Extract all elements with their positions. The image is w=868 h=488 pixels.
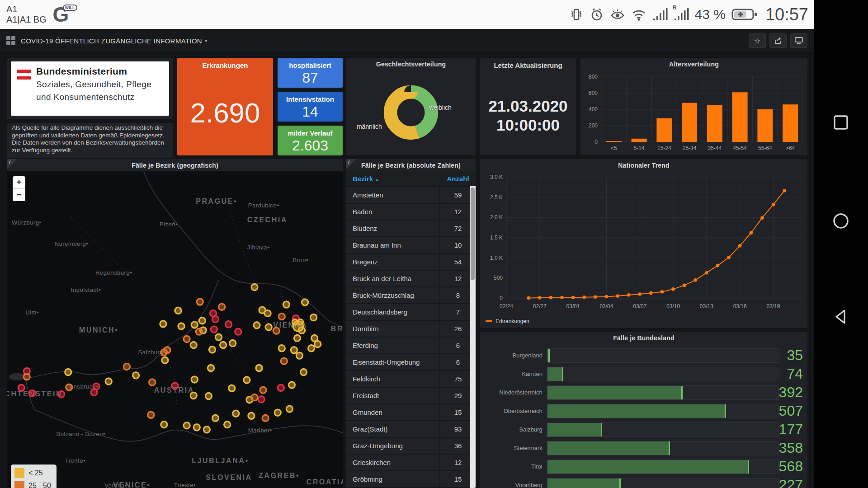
case-marker[interactable]: [229, 385, 235, 391]
trend-point-03/13[interactable]: [705, 271, 708, 275]
case-marker[interactable]: [251, 394, 258, 400]
case-marker[interactable]: [278, 345, 285, 352]
column-header-bezirk[interactable]: Bezirk▲: [346, 175, 440, 183]
home-button[interactable]: [832, 212, 849, 230]
trend-point-02/26[interactable]: [527, 296, 530, 300]
case-marker[interactable]: [308, 345, 315, 352]
case-marker[interactable]: [215, 334, 222, 340]
case-marker[interactable]: [219, 304, 225, 310]
age-bar-35-44[interactable]: [707, 105, 722, 142]
case-marker[interactable]: [199, 318, 205, 324]
case-marker[interactable]: [91, 389, 97, 395]
case-marker[interactable]: [172, 383, 178, 389]
case-marker[interactable]: [288, 382, 295, 388]
chart-legend[interactable]: Erkrankungen: [486, 318, 529, 324]
case-marker[interactable]: [254, 322, 260, 328]
case-marker[interactable]: [311, 314, 317, 320]
share-button[interactable]: [769, 33, 787, 48]
case-marker[interactable]: [190, 342, 197, 348]
case-marker[interactable]: [65, 369, 71, 375]
case-marker[interactable]: [58, 391, 65, 397]
trend-point-03/15[interactable]: [727, 256, 731, 259]
bundesland-bar-track[interactable]: [547, 385, 779, 400]
case-marker[interactable]: [262, 415, 269, 421]
case-marker[interactable]: [209, 347, 215, 353]
trend-point-03/09[interactable]: [660, 290, 664, 294]
case-marker[interactable]: [220, 342, 226, 348]
case-marker[interactable]: [300, 369, 307, 375]
trend-point-03/07[interactable]: [638, 292, 642, 296]
case-marker[interactable]: [208, 365, 214, 371]
tv-mode-button[interactable]: [790, 33, 807, 48]
case-marker[interactable]: [148, 412, 154, 418]
trend-point-03/08[interactable]: [649, 291, 653, 295]
scrollbar-thumb[interactable]: [471, 188, 475, 280]
trend-point-02/28[interactable]: [549, 296, 553, 300]
case-marker[interactable]: [302, 299, 308, 305]
age-bar-15-24[interactable]: [656, 118, 672, 142]
case-marker[interactable]: [294, 335, 300, 341]
case-marker[interactable]: [105, 378, 112, 385]
trend-point-03/17[interactable]: [749, 231, 753, 235]
panel-info-icon[interactable]: i: [7, 159, 17, 169]
case-marker[interactable]: [297, 319, 303, 325]
age-bar-55-64[interactable]: [757, 109, 773, 142]
case-marker[interactable]: [244, 377, 250, 383]
case-marker[interactable]: [281, 358, 287, 364]
case-marker[interactable]: [161, 421, 167, 427]
bundesland-bar-track[interactable]: [547, 441, 779, 455]
dashboard-title-dropdown[interactable]: COVID-19 ÖFFENTLICH ZUGÄNGLICHE INFORMAT…: [21, 37, 202, 45]
case-marker[interactable]: [264, 310, 271, 316]
zoom-in-button[interactable]: +: [13, 176, 25, 189]
case-marker[interactable]: [233, 410, 239, 417]
trend-point-03/16[interactable]: [738, 244, 742, 248]
case-marker[interactable]: [235, 328, 241, 335]
case-marker[interactable]: [149, 379, 156, 385]
star-button[interactable]: ☆: [749, 33, 766, 48]
case-marker[interactable]: [203, 427, 210, 433]
case-marker[interactable]: [190, 392, 197, 399]
case-marker[interactable]: [224, 421, 231, 427]
case-marker[interactable]: [123, 363, 130, 370]
trend-point-02/27[interactable]: [538, 296, 542, 300]
case-marker[interactable]: [212, 415, 218, 421]
case-marker[interactable]: [298, 327, 305, 333]
trend-point-03/04[interactable]: [605, 295, 609, 299]
case-marker[interactable]: [24, 374, 30, 380]
case-marker[interactable]: [260, 387, 266, 393]
table-scrollbar[interactable]: [470, 186, 476, 488]
trend-point-03/01[interactable]: [571, 296, 575, 299]
case-marker[interactable]: [191, 322, 198, 328]
case-marker[interactable]: [286, 406, 292, 412]
case-marker[interactable]: [175, 307, 181, 314]
case-marker[interactable]: [132, 372, 139, 379]
back-button[interactable]: [832, 308, 849, 325]
panel-info-icon[interactable]: i: [346, 159, 356, 169]
case-marker[interactable]: [191, 376, 198, 383]
case-marker[interactable]: [291, 347, 297, 353]
bundesland-bar-track[interactable]: [547, 367, 779, 381]
bundesland-bar-track[interactable]: [547, 478, 779, 488]
case-marker[interactable]: [162, 357, 168, 363]
bundesland-bar-track[interactable]: [547, 460, 779, 474]
case-marker[interactable]: [274, 409, 281, 416]
case-marker[interactable]: [184, 422, 190, 429]
trend-point-03/10[interactable]: [671, 287, 675, 291]
trend-point-03/19[interactable]: [772, 203, 775, 206]
case-marker[interactable]: [248, 413, 255, 419]
case-marker[interactable]: [256, 365, 262, 371]
bundesland-bar-track[interactable]: [547, 348, 779, 363]
recents-button[interactable]: [832, 114, 849, 131]
age-bar-45-54[interactable]: [732, 92, 748, 142]
trend-point-03/03[interactable]: [594, 296, 597, 299]
trend-point-03/06[interactable]: [627, 293, 631, 297]
case-marker[interactable]: [29, 390, 35, 396]
case-marker[interactable]: [211, 326, 217, 333]
case-marker[interactable]: [296, 352, 302, 359]
trend-point-03/14[interactable]: [716, 264, 720, 267]
age-bar-<5[interactable]: [606, 141, 622, 142]
age-bar-5-14[interactable]: [632, 139, 647, 142]
trend-point-03/11[interactable]: [683, 284, 686, 287]
case-marker[interactable]: [196, 328, 202, 335]
case-marker[interactable]: [226, 321, 232, 328]
